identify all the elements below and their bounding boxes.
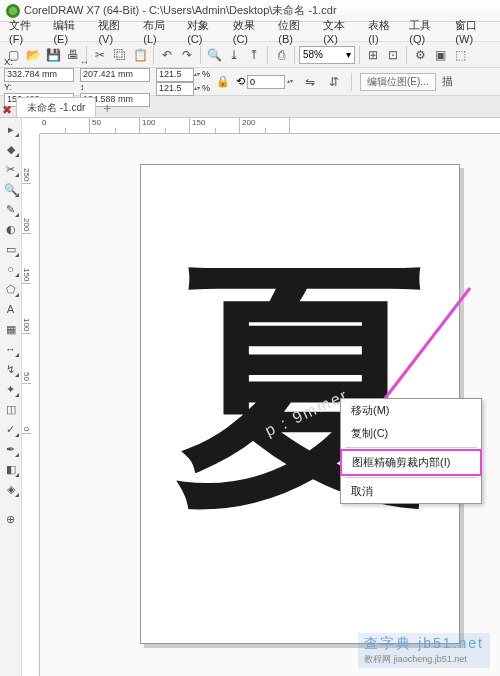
snap-icon[interactable]: ⊞ — [364, 46, 382, 64]
menu-tools[interactable]: 工具(Q) — [404, 16, 448, 47]
context-cancel[interactable]: 取消 — [341, 480, 481, 503]
site-watermark: 查字典 jb51.net 教程网 jiaocheng.jb51.net — [358, 633, 490, 668]
lock-icon[interactable]: 🔒 — [216, 75, 230, 88]
context-move[interactable]: 移动(M) — [341, 399, 481, 422]
freehand-tool-icon[interactable]: ✎ — [2, 200, 20, 218]
connector-tool-icon[interactable]: ↯ — [2, 360, 20, 378]
document-tabs: ✖ 未命名 -1.cdr + — [0, 96, 500, 118]
menu-view[interactable]: 视图(V) — [93, 16, 136, 47]
separator — [351, 73, 352, 91]
width-field[interactable]: 207.421 mm — [80, 68, 150, 82]
polygon-tool-icon[interactable]: ⬠ — [2, 280, 20, 298]
watermark-sub: 教程网 jiaocheng.jb51.net — [364, 653, 484, 666]
menu-bitmap[interactable]: 位图(B) — [273, 16, 316, 47]
menu-file[interactable]: 文件(F) — [4, 16, 46, 47]
ruler-tick: 100 — [22, 284, 31, 334]
separator — [267, 46, 268, 64]
rectangle-tool-icon[interactable]: ▭ — [2, 240, 20, 258]
close-tab-icon[interactable]: ✖ — [2, 103, 12, 117]
ruler-tick: 200 — [22, 184, 31, 234]
zoom-combo[interactable]: 58%▾ — [299, 46, 355, 64]
menu-object[interactable]: 对象(C) — [182, 16, 226, 47]
rotate-icon: ⟲ — [236, 75, 245, 88]
dimension-tool-icon[interactable]: ↔ — [2, 340, 20, 358]
undo-icon[interactable]: ↶ — [158, 46, 176, 64]
pick-tool-icon[interactable]: ▸ — [2, 120, 20, 138]
separator — [345, 447, 477, 448]
tab-label: 未命名 -1.cdr — [27, 101, 85, 115]
ruler-tick: 50 — [90, 118, 140, 133]
menu-text[interactable]: 文本(X) — [318, 16, 361, 47]
workspace: ▸ ◆ ✂ 🔍 ✎ ◐ ▭ ○ ⬠ A ▦ ↔ ↯ ✦ ◫ ✓ ✒ ◧ ◈ ⊕ … — [0, 118, 500, 676]
separator — [406, 46, 407, 64]
smart-fill-icon[interactable]: ◐ — [2, 220, 20, 238]
separator — [294, 46, 295, 64]
standard-toolbar: ▢ 📂 💾 🖶 ✂ ⿻ 📋 ↶ ↷ 🔍 ⤓ ⤒ ⎙ 58%▾ ⊞ ⊡ ⚙ ▣ ⬚ — [0, 42, 500, 68]
extra-icon[interactable]: ⬚ — [451, 46, 469, 64]
ruler-tick: 200 — [240, 118, 290, 133]
separator — [359, 46, 360, 64]
ruler-tick: 100 — [140, 118, 190, 133]
menu-layout[interactable]: 布局(L) — [138, 16, 180, 47]
menu-effect[interactable]: 效果(C) — [228, 16, 272, 47]
zoom-value: 58% — [303, 49, 323, 60]
search-icon[interactable]: 🔍 — [205, 46, 223, 64]
mirror-h-icon[interactable]: ⇋ — [301, 73, 319, 91]
snap2-icon[interactable]: ⊡ — [384, 46, 402, 64]
separator — [153, 46, 154, 64]
menu-table[interactable]: 表格(I) — [363, 16, 402, 47]
add-tab-button[interactable]: + — [98, 99, 116, 117]
zoom-tool-icon[interactable]: 🔍 — [2, 180, 20, 198]
property-bar: X: 332.784 mm Y: 156.402 mm ↔ 207.421 mm… — [0, 68, 500, 96]
interactive-fill-icon[interactable]: ◈ — [2, 480, 20, 498]
ruler-tick: 150 — [190, 118, 240, 133]
scale-group: 121.5▴▾% 121.5▴▾% — [156, 68, 210, 96]
table-tool-icon[interactable]: ▦ — [2, 320, 20, 338]
ruler-horizontal: 0 50 100 150 200 — [40, 118, 500, 134]
text-tool-icon[interactable]: A — [2, 300, 20, 318]
fill-tool-icon[interactable]: ◧ — [2, 460, 20, 478]
scale-x-field[interactable]: 121.5 — [156, 68, 194, 82]
ruler-tick: 50 — [22, 334, 31, 384]
expand-toolbox-icon[interactable]: ⊕ — [2, 510, 20, 528]
export-icon[interactable]: ⤒ — [245, 46, 263, 64]
menu-bar: 文件(F) 编辑(E) 视图(V) 布局(L) 对象(C) 效果(C) 位图(B… — [0, 22, 500, 42]
chevron-down-icon: ▾ — [346, 49, 351, 60]
trace-button[interactable]: 描 — [442, 74, 453, 89]
ellipse-tool-icon[interactable]: ○ — [2, 260, 20, 278]
eyedropper-tool-icon[interactable]: ✓ — [2, 420, 20, 438]
menu-window[interactable]: 窗口(W) — [450, 16, 496, 47]
spinner-icon[interactable]: ▴▾ — [287, 79, 295, 84]
canvas-area: 0 50 100 150 200 250 200 150 100 50 0 夏 … — [22, 118, 500, 676]
publish-icon[interactable]: ⎙ — [272, 46, 290, 64]
separator — [200, 46, 201, 64]
context-menu: 移动(M) 复制(C) 图框精确剪裁内部(I) 取消 — [340, 398, 482, 504]
rotation-field[interactable]: 0 — [247, 75, 285, 89]
watermark-main: 查字典 jb51.net — [364, 635, 484, 651]
scale-y-field[interactable]: 121.5 — [156, 82, 194, 96]
context-powerclip-inside[interactable]: 图框精确剪裁内部(I) — [340, 449, 482, 476]
crop-tool-icon[interactable]: ✂ — [2, 160, 20, 178]
import-icon[interactable]: ⤓ — [225, 46, 243, 64]
effects-tool-icon[interactable]: ✦ — [2, 380, 20, 398]
pct-label: % — [202, 83, 210, 94]
redo-icon[interactable]: ↷ — [178, 46, 196, 64]
x-label: X: — [4, 57, 13, 67]
context-copy[interactable]: 复制(C) — [341, 422, 481, 445]
ruler-tick: 250 — [22, 134, 31, 184]
mirror-v-icon[interactable]: ⇵ — [325, 73, 343, 91]
spinner-icon[interactable]: ▴▾ — [194, 72, 202, 77]
outline-tool-icon[interactable]: ✒ — [2, 440, 20, 458]
document-tab[interactable]: 未命名 -1.cdr — [16, 97, 96, 117]
edit-bitmap-button[interactable]: 编辑位图(E)... — [360, 73, 436, 91]
launch-icon[interactable]: ▣ — [431, 46, 449, 64]
transparency-tool-icon[interactable]: ◫ — [2, 400, 20, 418]
x-field[interactable]: 332.784 mm — [4, 68, 74, 82]
menu-edit[interactable]: 编辑(E) — [48, 16, 91, 47]
shape-tool-icon[interactable]: ◆ — [2, 140, 20, 158]
separator — [345, 477, 477, 478]
toolbox: ▸ ◆ ✂ 🔍 ✎ ◐ ▭ ○ ⬠ A ▦ ↔ ↯ ✦ ◫ ✓ ✒ ◧ ◈ ⊕ — [0, 118, 22, 676]
ruler-vertical: 250 200 150 100 50 0 — [22, 134, 40, 676]
spinner-icon[interactable]: ▴▾ — [194, 86, 202, 91]
options-icon[interactable]: ⚙ — [411, 46, 429, 64]
